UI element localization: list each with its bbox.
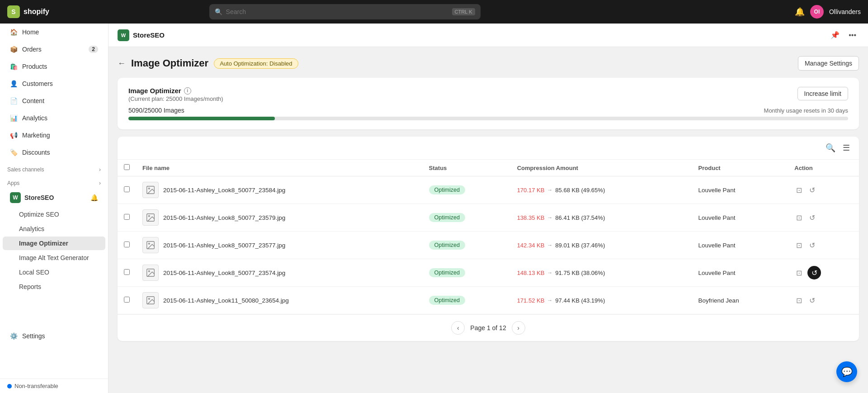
- usage-card-header: Image Optimizer i (Current plan: 25000 I…: [128, 87, 848, 102]
- sidebar-sub-analytics[interactable]: Analytics: [3, 222, 105, 236]
- expand-apps-icon[interactable]: ›: [99, 180, 101, 186]
- reports-label: Reports: [19, 283, 41, 290]
- sidebar-item-label: Products: [22, 63, 47, 70]
- restore-image-button[interactable]: ⊡: [794, 267, 804, 279]
- reoptimize-button[interactable]: ↺: [807, 294, 817, 307]
- row-checkbox[interactable]: [124, 186, 130, 192]
- increase-limit-button[interactable]: Increase limit: [797, 87, 848, 100]
- row-checkbox[interactable]: [124, 297, 130, 303]
- product-cell: Louvelle Pant: [692, 176, 788, 204]
- sidebar-sub-local-seo[interactable]: Local SEO: [3, 265, 105, 279]
- usage-progress-row: 5090/25000 Images Monthly usage resets i…: [128, 107, 848, 114]
- back-button[interactable]: ←: [118, 59, 126, 68]
- sidebar-item-customers[interactable]: 👤 Customers: [3, 76, 105, 92]
- progress-bar-background: [128, 117, 848, 120]
- reoptimize-button[interactable]: ↺: [807, 184, 817, 196]
- next-page-button[interactable]: ›: [512, 321, 525, 335]
- home-icon: 🏠: [10, 28, 18, 36]
- row-checkbox[interactable]: [124, 214, 130, 220]
- expand-icon[interactable]: ›: [99, 166, 101, 173]
- images-table: File name Status Compression Amount Prod…: [118, 160, 859, 314]
- sidebar-item-storeseo[interactable]: W StoreSEO 🔔: [3, 189, 105, 207]
- row-checkbox[interactable]: [124, 269, 130, 275]
- search-shortcut: CTRL K: [452, 8, 475, 15]
- shopify-icon: S: [7, 5, 20, 18]
- pagination: ‹ Page 1 of 12 ›: [118, 314, 859, 341]
- prev-page-button[interactable]: ‹: [451, 321, 465, 335]
- sidebar-item-products[interactable]: 🛍️ Products: [3, 58, 105, 75]
- sidebar-item-analytics[interactable]: 📊 Analytics: [3, 110, 105, 126]
- sidebar-item-home[interactable]: 🏠 Home: [3, 24, 105, 40]
- reoptimize-button[interactable]: ↺: [807, 266, 821, 279]
- restore-image-button[interactable]: ⊡: [794, 294, 804, 307]
- sidebar-item-label: Customers: [22, 80, 53, 87]
- info-icon[interactable]: i: [184, 87, 191, 95]
- reoptimize-button[interactable]: ↺: [807, 239, 817, 251]
- filename-cell: 2015-06-11-Ashley_Look8_50077_23579.jpg: [136, 204, 423, 232]
- table-row: 2015-06-11-Ashley_Look8_50077_23584.jpg …: [118, 176, 859, 204]
- sidebar: 🏠 Home 📦 Orders 2 🛍️ Products 👤 Customer…: [0, 24, 108, 393]
- pin-button[interactable]: 📌: [828, 29, 842, 41]
- content-icon: 📄: [10, 97, 18, 104]
- restore-image-button[interactable]: ⊡: [794, 239, 804, 251]
- sidebar-sub-image-alt[interactable]: Image Alt Text Generator: [3, 251, 105, 265]
- table-body: 2015-06-11-Ashley_Look8_50077_23584.jpg …: [118, 176, 859, 314]
- svg-point-3: [148, 215, 150, 217]
- filter-table-button[interactable]: ☰: [841, 141, 852, 155]
- restore-image-button[interactable]: ⊡: [794, 212, 804, 224]
- product-col-header: Product: [692, 160, 788, 176]
- filename-cell: 2015-06-11-Ashley_Look8_50077_23584.jpg: [136, 176, 423, 204]
- compression-col-header: Compression Amount: [511, 160, 692, 176]
- sidebar-item-settings[interactable]: ⚙️ Settings: [3, 328, 105, 344]
- content-area: W StoreSEO 📌 ••• ← Image Optimizer Auto …: [108, 24, 868, 393]
- sidebar-item-marketing[interactable]: 📢 Marketing: [3, 127, 105, 143]
- chat-button[interactable]: 💬: [836, 361, 857, 382]
- row-checkbox[interactable]: [124, 241, 130, 247]
- storeseo-icon: W: [10, 192, 21, 203]
- page-info: Page 1 of 12: [470, 324, 506, 331]
- sidebar-item-content[interactable]: 📄 Content: [3, 93, 105, 109]
- analytics-icon: 📊: [10, 114, 18, 122]
- svg-point-1: [148, 188, 150, 189]
- table-row: 2015-06-11-Ashley_Look8_50077_23577.jpg …: [118, 232, 859, 259]
- action-col-header: Action: [788, 160, 859, 176]
- sidebar-sub-image-optimizer[interactable]: Image Optimizer: [3, 237, 105, 250]
- storeseo-bell-icon[interactable]: 🔔: [90, 194, 98, 201]
- compression-cell: 142.34 KB → 89.01 KB (37.46%): [511, 232, 692, 259]
- customers-icon: 👤: [10, 80, 18, 87]
- table-row: 2015-06-11-Ashley_Look8_50077_23574.jpg …: [118, 259, 859, 287]
- sidebar-item-discounts[interactable]: 🏷️ Discounts: [3, 144, 105, 161]
- search-bar[interactable]: 🔍 CTRL K: [209, 4, 481, 19]
- filename-col-header: File name: [136, 160, 423, 176]
- svg-point-9: [148, 298, 150, 299]
- usage-count: 5090/25000 Images: [128, 107, 184, 114]
- search-icon: 🔍: [215, 8, 222, 15]
- select-all-checkbox[interactable]: [124, 164, 130, 170]
- app-logo: W: [118, 29, 129, 41]
- restore-image-button[interactable]: ⊡: [794, 184, 804, 196]
- app-header-right: 📌 •••: [828, 29, 859, 41]
- search-input[interactable]: [226, 8, 448, 15]
- table-card: 🔍 ☰ File name Status Compression Amount …: [118, 137, 859, 341]
- image-alt-label: Image Alt Text Generator: [19, 254, 89, 261]
- more-button[interactable]: •••: [846, 29, 859, 41]
- manage-settings-button[interactable]: Manage Settings: [798, 56, 859, 71]
- status-col-header: Status: [423, 160, 511, 176]
- sidebar-sub-reports[interactable]: Reports: [3, 280, 105, 294]
- discounts-icon: 🏷️: [10, 149, 18, 156]
- sidebar-sub-optimize-seo[interactable]: Optimize SEO: [3, 208, 105, 221]
- non-transferable-banner: Non-transferable: [0, 379, 108, 393]
- sidebar-item-label: Content: [22, 97, 44, 104]
- compression-cell: 170.17 KB → 85.68 KB (49.65%): [511, 176, 692, 204]
- sidebar-item-orders[interactable]: 📦 Orders 2: [3, 41, 105, 57]
- dot-icon: [7, 384, 12, 388]
- filename-cell: 2015-06-11-Ashley_Look11_50080_23654.jpg: [136, 287, 423, 314]
- reoptimize-button[interactable]: ↺: [807, 212, 817, 224]
- orders-badge: 2: [89, 46, 98, 53]
- search-table-button[interactable]: 🔍: [824, 141, 837, 155]
- compression-cell: 148.13 KB → 91.75 KB (38.06%): [511, 259, 692, 287]
- notifications-icon[interactable]: 🔔: [795, 7, 805, 17]
- brand-logo[interactable]: S shopify: [7, 5, 49, 18]
- app-name: StoreSEO: [133, 31, 165, 39]
- orders-icon: 📦: [10, 46, 18, 53]
